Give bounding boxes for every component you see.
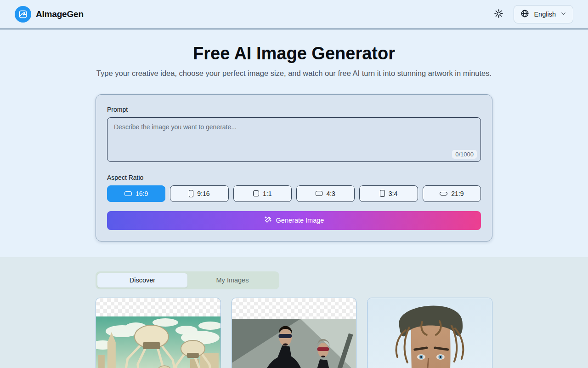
- gallery-item[interactable]: [367, 298, 492, 368]
- aspect-ratio-21-9[interactable]: 21:9: [423, 185, 481, 202]
- tab-my-images[interactable]: My Images: [187, 273, 277, 288]
- aspect-ratio-3-4[interactable]: 3:4: [359, 185, 418, 202]
- portrait-3-4-icon: [380, 190, 385, 197]
- aspect-ratio-group: 16:9 9:16 1:1 4:3 3:4: [107, 185, 481, 202]
- brand-name: AImageGen: [36, 9, 84, 19]
- portrait-9-16-icon: [189, 190, 193, 197]
- generate-image-button[interactable]: Generate Image: [107, 211, 481, 230]
- chevron-down-icon: [560, 11, 566, 18]
- landscape-4-3-icon: [316, 191, 322, 196]
- magic-wand-icon: [264, 216, 272, 225]
- language-label: English: [534, 11, 556, 18]
- hero-section: Free AI Image Generator Type your creati…: [0, 29, 588, 257]
- theme-toggle-button[interactable]: [494, 9, 503, 20]
- page-title: Free AI Image Generator: [0, 43, 588, 64]
- app-logo-icon: [15, 6, 31, 23]
- language-selector[interactable]: English: [514, 5, 573, 23]
- gallery-section: Discover My Images: [0, 257, 588, 368]
- char-counter: 0/1000: [452, 150, 477, 159]
- ultrawide-21-9-icon: [440, 192, 447, 196]
- generated-image-leather-fashion: [232, 319, 356, 368]
- ratio-label: 1:1: [263, 190, 271, 197]
- aspect-ratio-9-16[interactable]: 9:16: [170, 185, 228, 202]
- ratio-label: 4:3: [326, 190, 335, 197]
- page-subtitle: Type your creative idea, choose your per…: [0, 69, 588, 78]
- generate-label: Generate Image: [276, 217, 324, 224]
- aspect-ratio-1-1[interactable]: 1:1: [233, 185, 292, 202]
- ratio-label: 9:16: [197, 190, 209, 197]
- gallery-item[interactable]: [96, 298, 221, 368]
- ratio-label: 3:4: [389, 190, 397, 197]
- generator-card: Prompt 0/1000 Aspect Ratio 16:9 9:16 1:1: [96, 94, 492, 242]
- gallery-item[interactable]: [232, 298, 357, 368]
- generated-image-spider-city: [96, 316, 220, 368]
- aspect-ratio-16-9[interactable]: 16:9: [107, 185, 165, 202]
- prompt-field-wrap: 0/1000: [107, 117, 481, 164]
- sun-icon: [494, 9, 503, 20]
- ratio-label: 21:9: [451, 190, 464, 197]
- prompt-label: Prompt: [107, 106, 481, 113]
- aspect-ratio-4-3[interactable]: 4:3: [296, 185, 355, 202]
- main-content: Free AI Image Generator Type your creati…: [0, 29, 588, 368]
- app-header: AImageGen English: [0, 0, 588, 29]
- aspect-ratio-label: Aspect Ratio: [107, 174, 481, 181]
- landscape-16-9-icon: [124, 191, 132, 196]
- square-1-1-icon: [253, 190, 259, 196]
- ratio-label: 16:9: [136, 190, 148, 197]
- globe-icon: [520, 9, 529, 19]
- tab-discover[interactable]: Discover: [97, 273, 187, 288]
- brand: AImageGen: [15, 6, 84, 23]
- generated-image-bearded-man: [368, 298, 492, 368]
- gallery-tabs: Discover My Images: [96, 271, 279, 289]
- gallery-grid: [96, 298, 492, 368]
- header-actions: English: [494, 5, 573, 23]
- prompt-input[interactable]: [107, 117, 481, 162]
